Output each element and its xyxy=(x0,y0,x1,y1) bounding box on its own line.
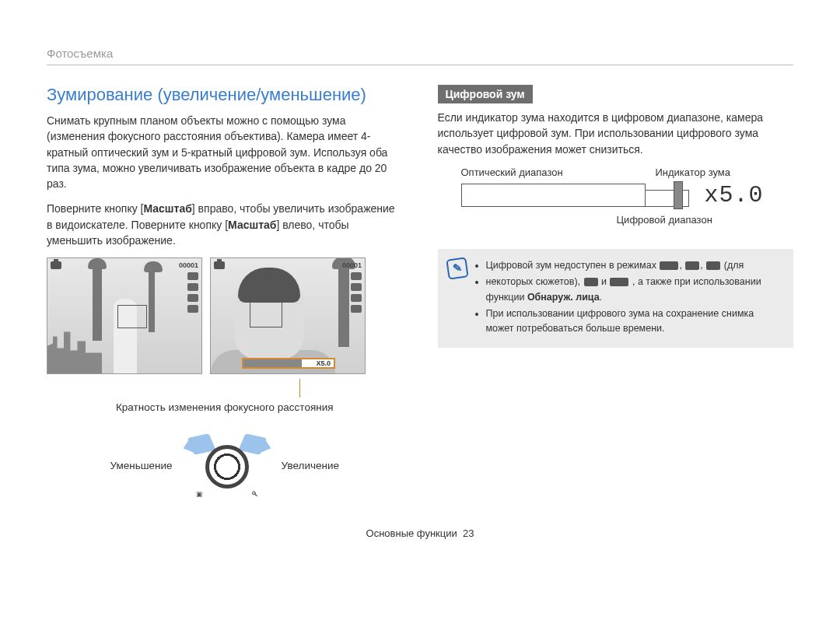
status-icon xyxy=(351,294,362,302)
optical-range-label: Оптический диапазон xyxy=(461,166,609,178)
instruction-paragraph: Поверните кнопку [Масштаб] вправо, чтобы… xyxy=(47,201,403,248)
zoom-indicator-marker xyxy=(674,181,683,209)
callout-line xyxy=(299,379,300,398)
status-icon xyxy=(351,305,362,313)
note-box: ✎ Цифровой зум недоступен в режимах , , … xyxy=(438,249,794,348)
zoom-range-diagram: Оптический диапазон Индикатор зума x5.0 … xyxy=(461,166,794,226)
zoom-dial-diagram: Уменьшение ▣ 🔍︎ Увеличение xyxy=(47,434,403,496)
note-icon: ✎ xyxy=(446,257,468,279)
footer-section: Основные функции xyxy=(366,527,457,539)
zoom-indicator-label: Индикатор зума xyxy=(656,166,731,178)
status-icon xyxy=(351,283,362,291)
camera-icon xyxy=(214,261,225,269)
note-item: При использовании цифрового зума на сохр… xyxy=(486,306,783,337)
mode-icon xyxy=(706,261,720,270)
text: Поверните кнопку [ xyxy=(47,202,143,215)
page-footer: Основные функции 23 xyxy=(47,527,793,539)
viewfinder-examples: 00001 xyxy=(47,257,403,374)
zoom-value-readout: x5.0 xyxy=(705,182,764,208)
zoom-control-name: Масштаб xyxy=(143,202,191,215)
status-icon xyxy=(351,272,362,280)
intro-paragraph: Снимать крупным планом объекты можно с п… xyxy=(47,113,403,191)
mode-icon xyxy=(610,278,628,286)
note-item: некоторых сюжетов), и , а также при испо… xyxy=(486,275,783,305)
viewfinder-wide: 00001 xyxy=(47,257,202,374)
zoom-out-label: Уменьшение xyxy=(110,460,173,471)
right-column: Цифровой зум Если индикатор зума находит… xyxy=(438,85,794,496)
digital-range-label: Цифровой диапазон xyxy=(617,214,794,226)
viewfinder-tele: 00001 X5.0 xyxy=(210,257,366,374)
digital-zoom-paragraph: Если индикатор зума находится в цифровом… xyxy=(438,110,794,157)
zoom-dial-icon xyxy=(205,445,249,489)
camera-icon xyxy=(51,261,61,269)
section-title: Зумирование (увеличение/уменьшение) xyxy=(47,85,403,105)
frame-counter: 00001 xyxy=(179,261,198,269)
face-detect-label: Обнаруж. лица xyxy=(527,292,600,303)
page-number: 23 xyxy=(463,527,474,539)
page-header: Фотосъемка xyxy=(47,47,793,65)
frame-counter: 00001 xyxy=(342,261,362,269)
mode-icon xyxy=(685,261,699,270)
focus-frame xyxy=(117,305,147,328)
status-icon xyxy=(187,305,198,313)
wide-icon: ▣ xyxy=(196,490,203,498)
mode-icon xyxy=(584,278,598,286)
status-icon xyxy=(187,272,198,280)
tele-icon: 🔍︎ xyxy=(251,490,258,498)
status-icon xyxy=(187,294,198,302)
zoom-in-label: Увеличение xyxy=(282,460,339,471)
optical-range-bar xyxy=(461,184,646,207)
zoom-ratio-value: X5.0 xyxy=(316,359,331,367)
left-column: Зумирование (увеличение/уменьшение) Сним… xyxy=(47,85,403,496)
zoom-ratio-caption: Кратность изменения фокусного расстояния xyxy=(47,401,403,415)
mode-icon xyxy=(660,261,678,270)
status-icon xyxy=(187,283,198,291)
note-item: Цифровой зум недоступен в режимах , , (д… xyxy=(486,258,783,273)
zoom-control-name: Масштаб xyxy=(228,219,276,231)
focus-frame xyxy=(250,301,282,328)
zoom-ratio-bar: X5.0 xyxy=(242,358,335,369)
digital-zoom-heading: Цифровой зум xyxy=(438,85,533,103)
